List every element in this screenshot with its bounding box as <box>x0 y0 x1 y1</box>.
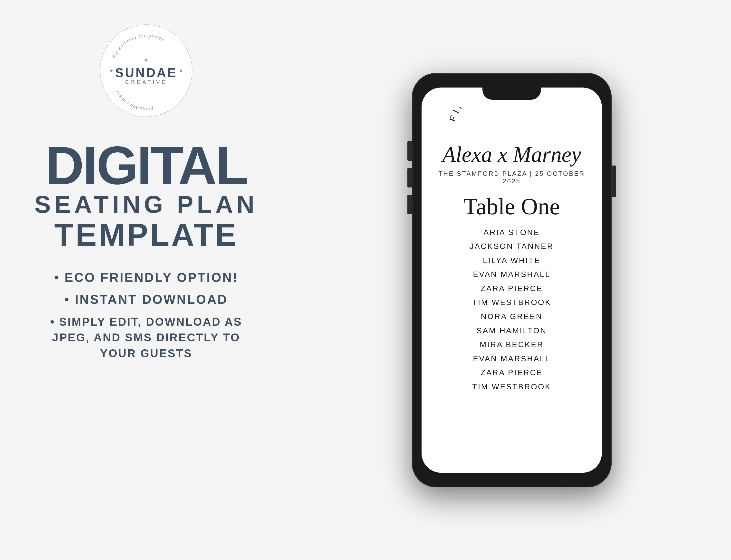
headline-digital: DIGITAL <box>34 141 258 190</box>
phone-screen: FIND YOUR SEAT Alexa x Marney The Stamfo… <box>421 88 602 473</box>
svg-text:diy editable templates: diy editable templates <box>111 33 166 59</box>
badge-dot-left <box>110 69 113 72</box>
couple-names: Alexa x Marney <box>442 144 581 166</box>
guest-jackson-tanner: JACKSON TANNER <box>470 239 554 254</box>
phone-button-mute <box>407 141 412 161</box>
guest-evan-marshall: EVAN MARSHALL <box>473 267 550 282</box>
guest-tim-westbrook: TIM WESTBROOK <box>472 295 551 310</box>
guest-sam-hamilton: SAM HAMILTON <box>476 324 547 338</box>
guest-tim-westbrook-2: TIM WESTBROOK <box>472 380 551 394</box>
badge-dot-right <box>180 69 182 72</box>
guest-aria-stone: ARIA STONE <box>483 226 540 240</box>
guest-lilya-white: LILYA WHITE <box>483 254 541 268</box>
guest-nora-green: NORA GREEN <box>481 310 542 324</box>
arch-text-svg: FIND YOUR SEAT <box>438 107 585 139</box>
guest-evan-marshall-2: EVAN MARSHALL <box>473 352 550 366</box>
phone-button-power <box>612 166 616 197</box>
guest-zara-pierce-2: ZARA PIERCE <box>480 366 543 380</box>
guest-mira-becker: MIRA BECKER <box>480 338 544 352</box>
headline-section: DIGITAL SEATING PLAN TEMPLATE <box>15 141 277 251</box>
right-panel: FIND YOUR SEAT Alexa x Marney The Stamfo… <box>293 0 731 560</box>
guest-list: ARIA STONE JACKSON TANNER LILYA WHITE EV… <box>434 226 590 394</box>
wedding-details: The Stamford Plaza | 25 October 2025 <box>434 170 590 185</box>
bullet-edit: • SIMPLY EDIT, DOWNLOAD ASJPEG, AND SMS … <box>50 314 242 361</box>
phone-mockup: FIND YOUR SEAT Alexa x Marney The Stamfo… <box>412 73 612 487</box>
phone-button-vol-up <box>407 168 412 187</box>
screen-content: FIND YOUR SEAT Alexa x Marney The Stamfo… <box>421 88 602 404</box>
headline-seating-plan: SEATING PLAN <box>34 190 258 219</box>
phone-button-vol-down <box>407 195 412 214</box>
page-container: diy editable templates instant download … <box>0 0 731 560</box>
phone-notch <box>482 88 541 100</box>
table-title: Table One <box>463 195 560 218</box>
arched-text-container: FIND YOUR SEAT <box>434 107 590 139</box>
headline-template: TEMPLATE <box>34 219 258 251</box>
left-panel: diy editable templates instant download … <box>0 0 293 560</box>
svg-text:instant download: instant download <box>116 90 154 111</box>
bullets-section: • ECO FRIENDLY OPTION! • INSTANT DOWNLOA… <box>31 270 262 364</box>
guest-zara-pierce: ZARA PIERCE <box>480 282 543 296</box>
bullet-eco: • ECO FRIENDLY OPTION! <box>50 270 242 285</box>
svg-text:FIND YOUR SEAT: FIND YOUR SEAT <box>447 107 557 123</box>
bullet-instant: • INSTANT DOWNLOAD <box>50 292 242 307</box>
brand-badge: diy editable templates instant download … <box>100 24 193 117</box>
